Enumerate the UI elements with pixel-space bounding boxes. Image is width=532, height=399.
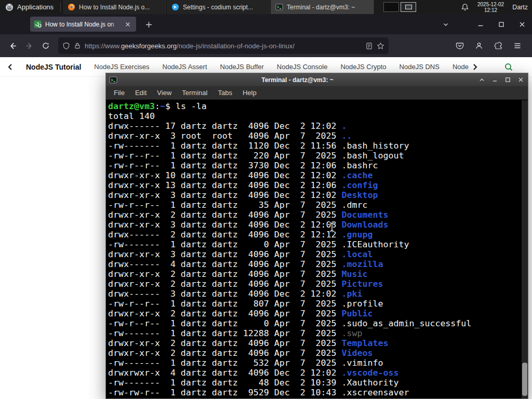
terminal-line: -rw------- 1 dartz dartz 532 Apr 7 2025 … [108, 358, 522, 368]
terminal-line: -rw-r--r-- 1 dartz dartz 3730 Dec 2 12:0… [108, 161, 522, 170]
applications-menu-button[interactable]: Applications [0, 0, 59, 14]
extensions-icon[interactable] [490, 37, 507, 54]
tab-title: How to Install Node.js on [45, 21, 123, 28]
terminal-line: drwxr-xr-x 2 dartz dartz 4096 Apr 7 2025… [108, 309, 522, 318]
terminal-line: total 140 [108, 111, 522, 121]
maximize-button[interactable] [503, 76, 512, 84]
terminal-line: drwx------ 4 dartz dartz 4096 Apr 7 2025… [108, 259, 522, 269]
site-nav-item[interactable]: NodeJS Exercises [94, 63, 149, 71]
chevron-left-icon[interactable] [7, 63, 13, 71]
terminal-window: Terminal - dartz@vm3: ~ File Edit View T… [105, 73, 528, 399]
workspace-1[interactable] [383, 2, 399, 12]
workspace-window-thumb [405, 5, 412, 9]
browser-window-controls [475, 14, 528, 34]
applications-label: Applications [17, 3, 54, 11]
shield-icon[interactable] [62, 42, 70, 50]
terminal-menubar: File Edit View Terminal Tabs Help [106, 86, 528, 100]
menu-help[interactable]: Help [237, 89, 262, 97]
url-bar[interactable]: https://www.geeksforgeeks.org/node-js/in… [58, 37, 389, 54]
chevron-right-icon[interactable] [472, 63, 478, 71]
close-button[interactable] [516, 76, 525, 84]
pocket-icon[interactable] [451, 37, 468, 54]
minimize-button[interactable] [490, 76, 499, 84]
url-text: https://www.geeksforgeeks.org/node-js/in… [85, 42, 362, 50]
bell-icon[interactable] [461, 3, 469, 11]
terminal-line: drwx------ 17 dartz dartz 4096 Dec 2 12:… [108, 121, 522, 131]
maximize-button[interactable] [496, 19, 507, 30]
url-path: /node-js/installation-of-node-js-on-linu… [177, 42, 295, 50]
tab-title-fade [109, 21, 123, 28]
taskbar-item-label: Settings - codium script... [183, 4, 253, 11]
taskbar-item-codium[interactable]: Settings - codium script... [166, 0, 270, 14]
codium-icon [171, 3, 179, 11]
close-button[interactable] [516, 19, 528, 30]
terminal-line: -rw-r--r-- 1 dartz dartz 807 Apr 7 2025 … [108, 299, 522, 309]
lock-icon[interactable] [74, 42, 81, 49]
star-icon[interactable] [377, 42, 384, 50]
taskbar-item-label: How to Install Node.js o... [79, 4, 150, 11]
workspace-pager[interactable] [383, 2, 416, 12]
mouse-ibeam-cursor [328, 221, 336, 235]
workspace-2[interactable] [401, 2, 416, 12]
terminal-icon [109, 76, 117, 84]
taskbar-item-terminal[interactable]: Terminal - dartz@vm3: ~ [270, 0, 374, 14]
menu-icon[interactable] [509, 37, 526, 54]
menu-tabs[interactable]: Tabs [212, 89, 237, 97]
terminal-line: -rw-r--r-- 1 dartz dartz 220 Apr 7 2025 … [108, 151, 522, 161]
terminal-line: drwxr-xr-x 3 root root 4096 Apr 7 2025 .… [108, 131, 522, 141]
url-scheme: https://www. [85, 42, 121, 50]
terminal-line: -rw------- 1 dartz dartz 1120 Dec 2 11:5… [108, 141, 522, 151]
tab-bar: How to Install Node.js on [0, 14, 532, 34]
menu-view[interactable]: View [152, 89, 177, 97]
tab-geeksforgeeks[interactable]: How to Install Node.js on [30, 17, 136, 32]
shade-button[interactable] [477, 76, 486, 84]
clock-date: 2025-12-02 [477, 2, 504, 7]
terminal-titlebar[interactable]: Terminal - dartz@vm3: ~ [106, 73, 528, 86]
terminal-output[interactable]: dartz@vm3:~$ ls -latotal 140drwx------ 1… [106, 100, 522, 398]
new-tab-button[interactable] [142, 18, 155, 31]
panel-clock[interactable]: 2025-12-02 12:12 [477, 2, 504, 13]
site-nav-item[interactable]: NodeJS Console [277, 63, 328, 71]
account-icon[interactable] [471, 37, 487, 54]
panel-separator [60, 2, 61, 12]
scrollbar-thumb[interactable] [522, 363, 527, 396]
menu-terminal[interactable]: Terminal [177, 89, 212, 97]
site-nav-item[interactable]: NodeJS Assert [163, 63, 207, 71]
terminal-line: drwxr-xr-x 3 dartz dartz 4096 Dec 2 12:0… [108, 190, 522, 200]
user-menu[interactable]: Dartz [512, 4, 532, 11]
clock-time: 12:12 [477, 7, 504, 13]
minimize-button[interactable] [475, 19, 486, 30]
terminal-line: -rw------- 1 dartz dartz 12288 Apr 7 202… [108, 328, 522, 338]
terminal-line: drwxr-xr-x 13 dartz dartz 4096 Dec 2 12:… [108, 180, 522, 190]
navigation-toolbar: https://www.geeksforgeeks.org/node-js/in… [0, 34, 532, 57]
terminal-line: drwx------ 3 dartz dartz 4096 Dec 2 12:0… [108, 289, 522, 299]
desktop-panel: Applications How to Install Node.js o...… [0, 0, 532, 14]
site-nav-item[interactable]: NodeJS DNS [400, 63, 440, 71]
reader-icon[interactable] [365, 42, 373, 50]
toolbar-right-icons [451, 37, 528, 54]
back-icon[interactable] [4, 37, 21, 54]
terminal-line: -rw------- 1 dartz dartz 0 Apr 7 2025 .I… [108, 240, 522, 249]
terminal-scrollbar[interactable] [522, 100, 528, 398]
list-tabs-chevron-icon[interactable] [440, 18, 452, 31]
reload-icon[interactable] [37, 37, 54, 54]
terminal-line: drwxr-xr-x 2 dartz dartz 4096 Apr 7 2025… [108, 348, 522, 358]
terminal-line: -rw-rw-r-- 1 dartz dartz 9529 Dec 2 10:4… [108, 388, 522, 397]
terminal-line: drwxr-xr-x 2 dartz dartz 4096 Apr 7 2025… [108, 210, 522, 220]
terminal-line: drwxr-xr-x 3 dartz dartz 4096 Apr 7 2025… [108, 249, 522, 259]
terminal-line: drwx------ 2 dartz dartz 4096 Dec 2 12:1… [108, 230, 522, 240]
tab-close-icon[interactable] [123, 20, 132, 29]
site-nav-primary[interactable]: NodeJS Tutorial [26, 63, 81, 71]
site-nav-item[interactable]: Node [453, 63, 469, 71]
taskbar-item-label: Terminal - dartz@vm3: ~ [287, 4, 355, 11]
site-nav-item[interactable]: NodeJS Buffer [220, 63, 264, 71]
taskbar-item-firefox[interactable]: How to Install Node.js o... [62, 0, 166, 14]
terminal-line: -rw-r--r-- 1 dartz dartz 0 Apr 7 2025 .s… [108, 318, 522, 328]
forward-icon[interactable] [21, 37, 37, 54]
menu-file[interactable]: File [109, 89, 130, 97]
site-nav-item[interactable]: NodeJS Crypto [340, 63, 386, 71]
terminal-line: drwxr-xr-x 10 dartz dartz 4096 Dec 2 12:… [108, 170, 522, 180]
gfg-favicon [34, 20, 42, 28]
menu-edit[interactable]: Edit [130, 89, 152, 97]
search-icon[interactable] [504, 62, 513, 72]
